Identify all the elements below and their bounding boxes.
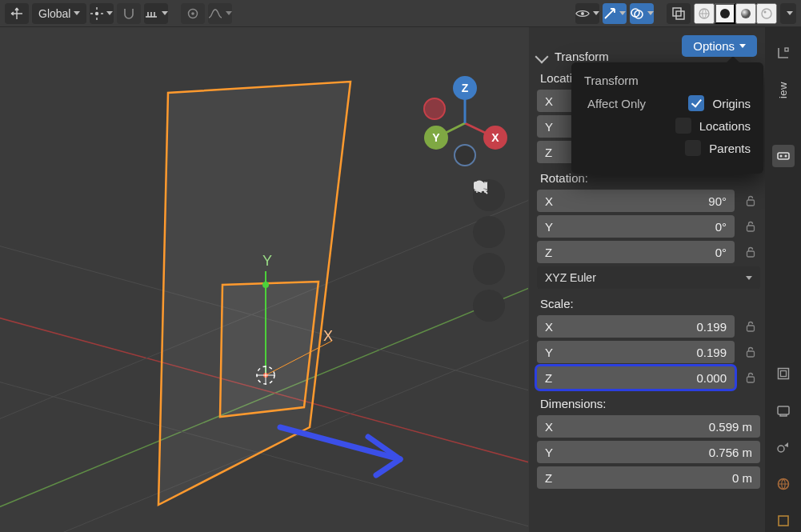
navigation-gizmo[interactable]: X Y Z: [417, 75, 513, 171]
svg-point-18: [262, 282, 269, 288]
svg-text:X: X: [491, 131, 499, 144]
svg-point-11: [762, 9, 771, 18]
svg-rect-48: [785, 48, 788, 51]
parents-label: Parents: [709, 142, 751, 155]
locations-label: Locations: [699, 119, 751, 133]
selected-plane-small: [220, 282, 318, 417]
svg-rect-7: [676, 11, 684, 19]
scale-label: Scale:: [540, 297, 760, 310]
svg-text:Y: Y: [432, 131, 440, 144]
properties-rail: iew: [765, 27, 801, 532]
dimensions-z-field[interactable]: Z0 m: [537, 466, 760, 489]
rotation-mode-dropdown[interactable]: XYZ Euler: [537, 266, 760, 289]
annotation-arrow: [280, 427, 400, 475]
scale-y-field[interactable]: Y0.199: [537, 341, 735, 363]
shading-solid[interactable]: [715, 3, 735, 24]
shading-options-dropdown[interactable]: [780, 3, 796, 24]
orientation-dropdown[interactable]: Global: [32, 3, 86, 24]
viewport-tool-buttons: [473, 179, 505, 322]
svg-rect-46: [747, 351, 755, 357]
render-props-icon[interactable]: [772, 362, 795, 385]
world-props-icon[interactable]: [772, 473, 795, 495]
snap-mode-dropdown[interactable]: [144, 3, 168, 24]
object-visibility-dropdown[interactable]: [575, 3, 599, 24]
corner-widget-icon[interactable]: [772, 42, 795, 64]
svg-rect-47: [747, 377, 755, 382]
options-popover: Transform Affect Only Origins Locations …: [571, 62, 763, 174]
svg-rect-49: [778, 153, 789, 159]
dimensions-y-field[interactable]: Y0.756 m: [537, 441, 760, 463]
svg-text:Z: Z: [462, 82, 469, 94]
view-tab[interactable]: iew: [775, 78, 791, 102]
svg-point-3: [581, 12, 584, 15]
origins-checkbox[interactable]: [688, 95, 704, 111]
scene-props-icon[interactable]: [772, 436, 795, 458]
scale-x-field[interactable]: X0.199: [537, 315, 735, 338]
svg-point-0: [95, 11, 98, 14]
lock-icon[interactable]: [741, 342, 760, 362]
gizmo-toggle[interactable]: [603, 3, 627, 24]
proportional-falloff-dropdown[interactable]: [208, 3, 232, 24]
camera-view-button[interactable]: [473, 253, 505, 285]
overlay-toggle[interactable]: [630, 3, 654, 24]
options-button[interactable]: Options: [682, 35, 757, 57]
lock-icon[interactable]: [741, 317, 760, 336]
snap-toggle[interactable]: [117, 3, 141, 24]
origins-label: Origins: [712, 97, 751, 110]
svg-rect-6: [673, 8, 681, 16]
svg-point-12: [764, 10, 767, 13]
lock-icon[interactable]: [741, 368, 760, 387]
xray-toggle[interactable]: [667, 3, 691, 24]
chevron-down-icon: [746, 276, 752, 280]
svg-point-51: [784, 155, 787, 158]
svg-rect-43: [747, 226, 755, 231]
pan-button[interactable]: [473, 216, 505, 248]
shading-mode-group: [694, 3, 777, 24]
svg-point-10: [741, 9, 751, 18]
locations-checkbox[interactable]: [675, 118, 691, 134]
svg-point-9: [720, 9, 730, 18]
object-props-icon[interactable]: [772, 510, 795, 532]
svg-rect-54: [778, 406, 789, 414]
shading-wireframe[interactable]: [694, 3, 715, 24]
svg-rect-42: [747, 200, 755, 206]
svg-point-55: [778, 446, 784, 452]
svg-rect-57: [779, 516, 788, 526]
svg-text:X: X: [323, 328, 333, 344]
3d-viewport[interactable]: Y X X Y Z: [0, 27, 529, 532]
svg-text:Y: Y: [262, 253, 272, 269]
transform-panel: Options Transform Location: X Y Z Rotati…: [529, 27, 765, 532]
rotation-z-field[interactable]: Z0°: [537, 241, 735, 263]
lock-icon[interactable]: [741, 217, 760, 236]
lock-icon[interactable]: [741, 242, 760, 262]
proportional-edit-toggle[interactable]: [181, 3, 205, 24]
shading-rendered[interactable]: [756, 3, 777, 24]
popover-title: Transform: [584, 74, 751, 87]
affect-only-label: Affect Only: [584, 97, 646, 110]
svg-rect-52: [778, 369, 788, 379]
shading-material[interactable]: [735, 3, 756, 24]
svg-rect-53: [780, 371, 786, 377]
ortho-toggle-button[interactable]: [473, 290, 505, 322]
svg-rect-44: [747, 251, 755, 257]
orientation-label: Global: [38, 7, 70, 20]
lock-icon[interactable]: [741, 191, 760, 210]
dimensions-label: Dimensions:: [540, 397, 760, 410]
svg-point-50: [779, 155, 782, 158]
svg-point-29: [455, 145, 475, 166]
svg-point-30: [424, 98, 445, 119]
scale-z-field[interactable]: Z0.000: [537, 366, 735, 389]
output-props-icon[interactable]: [772, 399, 795, 422]
rotation-y-field[interactable]: Y0°: [537, 215, 735, 238]
dimensions-x-field[interactable]: X0.599 m: [537, 415, 760, 438]
pivot-dropdown[interactable]: [90, 3, 114, 24]
svg-point-2: [192, 12, 195, 15]
top-toolbar: Global: [0, 0, 801, 27]
tool-props-icon[interactable]: [772, 145, 795, 167]
svg-rect-45: [747, 326, 755, 331]
parents-checkbox[interactable]: [685, 140, 701, 156]
transform-orientation-icon[interactable]: [5, 3, 29, 24]
rotation-x-field[interactable]: X90°: [537, 190, 735, 212]
